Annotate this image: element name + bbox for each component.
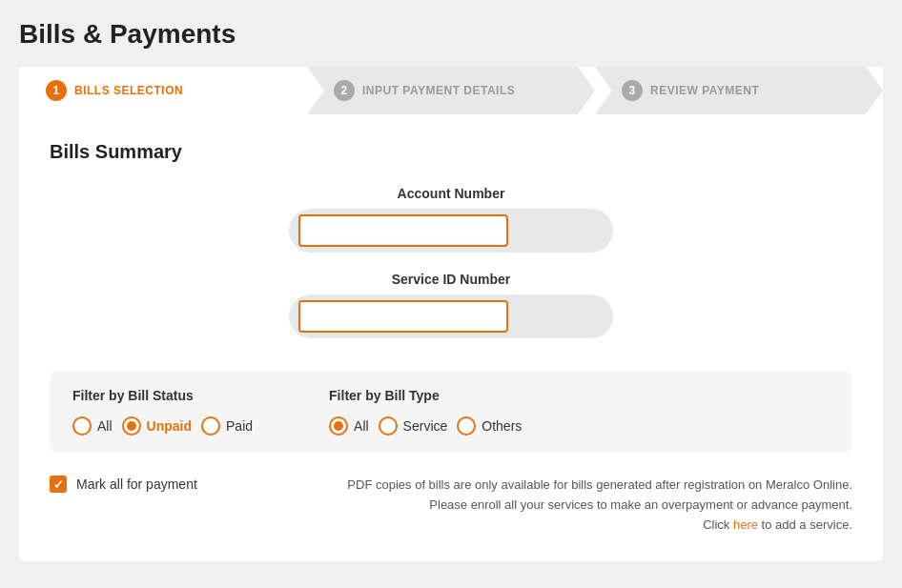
steps-bar: 1 BILLS SELECTION 2 INPUT PAYMENT DETAIL… (19, 67, 883, 114)
step-3-number: 3 (622, 80, 643, 101)
type-all-label: All (354, 418, 369, 434)
step-1-number: 1 (46, 80, 67, 101)
status-paid-label: Paid (226, 418, 253, 434)
step-2[interactable]: 2 INPUT PAYMENT DETAILS (307, 67, 595, 114)
step-3[interactable]: 3 REVIEW PAYMENT (595, 67, 883, 114)
mark-all-label: Mark all for payment (76, 476, 197, 492)
pdf-notice: PDF copies of bills are only available f… (347, 476, 852, 535)
pdf-notice-line1: PDF copies of bills are only available f… (347, 477, 852, 492)
status-unpaid-option[interactable]: Unpaid (122, 416, 192, 436)
section-title: Bills Summary (50, 141, 852, 163)
account-number-group: Account Number (50, 186, 852, 253)
pdf-notice-line2: Please enroll all your services to make … (429, 497, 852, 512)
status-paid-radio[interactable] (201, 416, 220, 436)
type-service-radio[interactable] (379, 416, 398, 436)
account-number-input[interactable] (298, 214, 508, 247)
pdf-notice-link[interactable]: here (733, 517, 758, 532)
filter-status-label: Filter by Bill Status (72, 388, 253, 403)
status-all-option[interactable]: All (72, 416, 113, 436)
service-id-wrapper (289, 294, 613, 338)
account-number-wrapper (289, 209, 613, 253)
account-number-label: Account Number (398, 186, 505, 201)
type-all-option[interactable]: All (329, 416, 369, 436)
filter-box: Filter by Bill Status All Unpaid Paid Fi… (50, 371, 852, 453)
service-id-input[interactable] (298, 300, 508, 333)
bottom-row: Mark all for payment PDF copies of bills… (50, 472, 852, 535)
type-others-radio[interactable] (457, 416, 476, 436)
step-3-label: REVIEW PAYMENT (650, 84, 759, 97)
type-others-label: Others (482, 418, 522, 434)
filter-status-group: Filter by Bill Status All Unpaid Paid (72, 388, 253, 436)
filter-status-radio-group: All Unpaid Paid (72, 416, 253, 436)
type-service-label: Service (403, 418, 448, 434)
mark-all-group[interactable]: Mark all for payment (50, 476, 197, 493)
filter-type-radio-group: All Service Others (329, 416, 522, 436)
main-card: Bills Summary Account Number Service ID … (19, 114, 883, 561)
page-title: Bills & Payments (19, 19, 883, 50)
service-id-label: Service ID Number (392, 272, 511, 287)
step-1-label: BILLS SELECTION (74, 84, 183, 97)
type-all-radio[interactable] (329, 416, 348, 436)
step-2-label: INPUT PAYMENT DETAILS (362, 84, 515, 97)
status-unpaid-radio[interactable] (122, 416, 141, 436)
filter-type-label: Filter by Bill Type (329, 388, 522, 403)
pdf-notice-line4: to add a service. (762, 517, 852, 532)
type-others-option[interactable]: Others (457, 416, 522, 436)
mark-all-checkbox[interactable] (50, 476, 67, 493)
status-all-radio[interactable] (72, 416, 92, 436)
filter-type-group: Filter by Bill Type All Service Others (329, 388, 522, 436)
pdf-notice-line3: Click (703, 517, 729, 532)
status-paid-option[interactable]: Paid (201, 416, 253, 436)
step-2-number: 2 (334, 80, 355, 101)
status-all-label: All (97, 418, 113, 434)
type-service-option[interactable]: Service (379, 416, 448, 436)
service-id-group: Service ID Number (50, 272, 852, 338)
status-unpaid-label: Unpaid (147, 418, 192, 434)
step-1[interactable]: 1 BILLS SELECTION (19, 67, 307, 114)
